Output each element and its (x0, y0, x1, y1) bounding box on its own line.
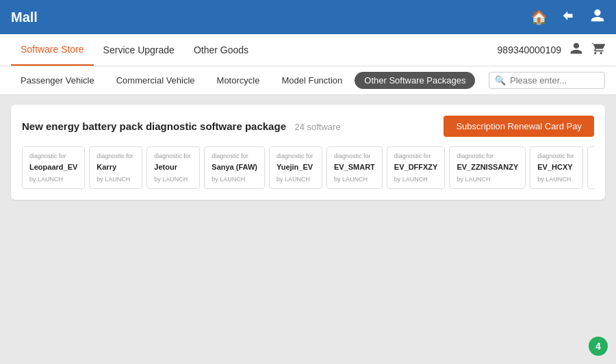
nav-bar: Software Store Service Upgrade Other Goo… (0, 34, 616, 66)
software-item[interactable]: diagnostic for XPENG by LAUNCH (587, 146, 594, 189)
package-card: New energy battery pack diagnostic softw… (11, 105, 605, 200)
software-item-label: diagnostic for (29, 153, 77, 159)
tab-service-upgrade[interactable]: Service Upgrade (94, 35, 184, 65)
software-item-name: EV_DFFXZY (394, 162, 438, 172)
software-grid: diagnostic for Leopaard_EV by LAUNCH dia… (22, 146, 594, 189)
software-item[interactable]: diagnostic for EV_SMART by LAUNCH (326, 146, 383, 189)
user-profile-icon[interactable] (569, 42, 583, 59)
software-item-label: diagnostic for (154, 153, 192, 159)
subtab-motorcycle[interactable]: Motorcycle (207, 72, 270, 89)
package-count: 24 software (294, 122, 340, 132)
search-icon: 🔍 (495, 75, 506, 86)
header: Mall 🏠 (0, 0, 616, 34)
search-input[interactable] (510, 75, 599, 86)
subtab-model-function[interactable]: Model Function (272, 72, 352, 89)
subtab-other-software-packages[interactable]: Other Software Packages (355, 72, 475, 89)
software-item-label: diagnostic for (277, 153, 315, 159)
user-id: 989340000109 (498, 44, 561, 55)
software-item-by: by LAUNCH (457, 176, 518, 183)
user-icon[interactable] (590, 8, 605, 27)
software-item[interactable]: diagnostic for Sanya (FAW) by LAUNCH (204, 146, 265, 189)
software-item-by: by LAUNCH (29, 176, 77, 183)
package-header: New energy battery pack diagnostic softw… (22, 116, 594, 137)
main-content: New energy battery pack diagnostic softw… (0, 95, 616, 209)
search-box: 🔍 (489, 72, 605, 89)
logout-icon[interactable] (561, 8, 576, 27)
software-item[interactable]: diagnostic for EV_ZZNISSANZY by LAUNCH (449, 146, 526, 189)
software-item-by: by LAUNCH (97, 176, 135, 183)
software-item-by: by LAUNCH (394, 176, 438, 183)
package-title: New energy battery pack diagnostic softw… (22, 120, 286, 132)
software-item[interactable]: diagnostic for EV_HCXY by LAUNCH (530, 146, 583, 189)
software-item-name: EV_HCXY (537, 162, 576, 172)
subscribe-button[interactable]: Subscription Renewal Card Pay (444, 116, 594, 137)
software-item-label: diagnostic for (334, 153, 375, 159)
software-item[interactable]: diagnostic for Yuejin_EV by LAUNCH (269, 146, 322, 189)
nav-right: 989340000109 (498, 42, 605, 59)
software-item-by: by LAUNCH (334, 176, 375, 183)
badge-4: 4 (589, 337, 608, 356)
cart-icon[interactable] (591, 42, 605, 59)
software-item-name: Yuejin_EV (277, 162, 315, 172)
package-title-area: New energy battery pack diagnostic softw… (22, 120, 341, 133)
software-item[interactable]: diagnostic for EV_DFFXZY by LAUNCH (387, 146, 446, 189)
software-item-name: Jetour (154, 162, 192, 172)
software-item[interactable]: diagnostic for Leopaard_EV by LAUNCH (22, 146, 85, 189)
software-item-by: by LAUNCH (211, 176, 257, 183)
software-item-by: by LAUNCH (277, 176, 315, 183)
subtab-commercial-vehicle[interactable]: Commercial Vehicle (107, 72, 205, 89)
software-item-by: by LAUNCH (537, 176, 576, 183)
software-item-name: Karry (97, 162, 135, 172)
software-item-label: diagnostic for (211, 153, 257, 159)
header-icons: 🏠 (530, 8, 605, 27)
sub-nav: Passenger Vehicle Commercial Vehicle Mot… (0, 66, 616, 95)
software-item-name: EV_SMART (334, 162, 375, 172)
tab-software-store[interactable]: Software Store (11, 34, 94, 66)
home-icon[interactable]: 🏠 (530, 9, 548, 25)
software-item-label: diagnostic for (537, 153, 576, 159)
subtab-passenger-vehicle[interactable]: Passenger Vehicle (11, 72, 104, 89)
app-title: Mall (11, 10, 530, 25)
software-item-label: diagnostic for (457, 153, 518, 159)
software-item[interactable]: diagnostic for Karry by LAUNCH (89, 146, 142, 189)
tab-other-goods[interactable]: Other Goods (184, 35, 258, 65)
software-item-label: diagnostic for (394, 153, 438, 159)
software-item-name: EV_ZZNISSANZY (457, 162, 518, 172)
nav-tabs: Software Store Service Upgrade Other Goo… (11, 34, 498, 66)
software-item[interactable]: diagnostic for Jetour by LAUNCH (146, 146, 200, 189)
software-item-label: diagnostic for (97, 153, 135, 159)
software-item-by: by LAUNCH (154, 176, 192, 183)
software-item-name: Leopaard_EV (29, 162, 77, 172)
software-item-name: Sanya (FAW) (211, 162, 257, 172)
